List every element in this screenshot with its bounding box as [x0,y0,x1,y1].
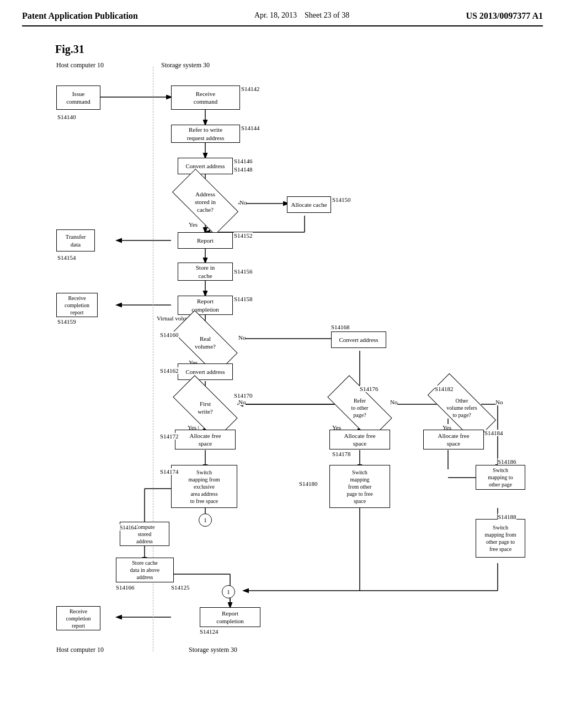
s14156-label: S14156 [234,268,253,275]
allocate-free-2-box: Allocate free space [329,430,390,449]
transfer-data-box: Transfer data [56,229,95,251]
switch-mapping-3-box: Switch mapping to other page [476,465,525,490]
s14125-label: S14125 [171,584,190,591]
yes-label-1: Yes [189,221,198,228]
convert-address-left-box: Convert address [178,363,233,380]
s14160-label: S14160 [160,331,179,338]
s14180-label: S14180 [299,480,318,487]
allocate-free-3-box: Allocate free space [423,430,484,449]
s14150-label: S14150 [332,196,351,203]
s14144-label: S14144 [241,125,260,131]
s14168-label: S14168 [331,324,350,330]
s14140-label: S14140 [57,114,76,120]
circle-1-bottom: 1 [222,585,235,598]
s14176-label: S14176 [360,386,379,392]
storage-system-label-top: Storage system 30 [161,61,210,69]
s14166-label: S14166 [116,584,135,591]
host-computer-label-top: Host computer 10 [56,61,104,69]
refer-other-diamond: Refer to other page? [329,392,390,423]
report-box: Report [178,232,233,249]
no-label-2: No [238,334,246,341]
s14170-label: S14170 [234,392,253,399]
storage-system-label-bottom: Storage system 30 [189,646,237,654]
s14146-label: S14146 [234,158,253,164]
receive-command-box: Receive command [171,85,240,110]
switch-mapping-4-box: Switch mapping from other page to free s… [476,519,525,558]
refer-write-box: Refer to write request address [171,125,240,143]
no-label-4: No [390,399,397,405]
circle-1-top: 1 [199,513,212,527]
header-right: US 2013/0097377 A1 [466,11,543,21]
store-cache-data-box: Store cache data in above address [116,558,174,582]
switch-mapping-2-box: Switch mapping from other page to free s… [329,465,390,508]
real-volume-diamond: Real volume? [175,327,236,358]
s14124-label: S14124 [200,628,218,635]
page-header: Patent Application Publication Apr. 18, … [22,11,543,26]
s14142-label: S14142 [241,85,260,92]
s14174-label: S14174 [160,468,179,475]
receive-completion-1-box: Receive completion report [56,293,98,317]
host-computer-label-bottom: Host computer 10 [56,646,104,654]
header-center: Apr. 18, 2013 Sheet 23 of 38 [254,11,349,20]
diagram-area: Host computer 10 Storage system 30 Issue… [34,61,531,668]
s14184-label: S14184 [484,430,503,436]
switch-mapping-1-box: Switch mapping from exclusive area addre… [171,465,237,508]
store-cache-box: Store in cache [178,263,233,281]
address-stored-diamond: Address stored in cache? [175,185,236,218]
flowchart-arrows [34,61,531,668]
issue-command-box: Issue command [56,85,100,110]
s14164-label: S14164 [120,524,137,531]
no-label-3: No [238,399,246,405]
s14172-label: S14172 [160,433,179,440]
page: Patent Application Publication Apr. 18, … [0,0,565,728]
s14186-label: S14186 [498,458,516,465]
s14158-label: S14158 [234,296,253,302]
s14152-label: S14152 [234,232,253,239]
s14159-label: S14159 [57,318,76,325]
report-completion-1-box: Report completion [178,296,233,315]
convert-address-1-box: Convert address [178,158,233,174]
no-label-5: No [495,399,503,405]
header-left: Patent Application Publication [22,11,138,21]
svg-line-38 [230,527,244,591]
s14178-label: S14178 [332,451,351,457]
allocate-free-1-box: Allocate free space [175,430,236,449]
s14162-label: S14162 [160,367,179,374]
s14148-label: S14148 [234,166,253,173]
first-write-diamond: First write? [175,392,236,423]
receive-completion-2-box: Receive completion report [56,606,100,630]
report-completion-2-box: Report completion [200,607,260,627]
other-volume-diamond: Other volume refers to page? [429,392,495,423]
s14188-label: S14188 [498,513,516,520]
no-label-1: No [239,199,247,206]
s14154-label: S14154 [57,254,76,261]
allocate-cache-box: Allocate cache [287,196,331,213]
convert-address-2-box: Convert address [331,331,386,348]
fig-title: Fig.31 [55,43,543,56]
s14182-label: S14182 [435,386,454,392]
